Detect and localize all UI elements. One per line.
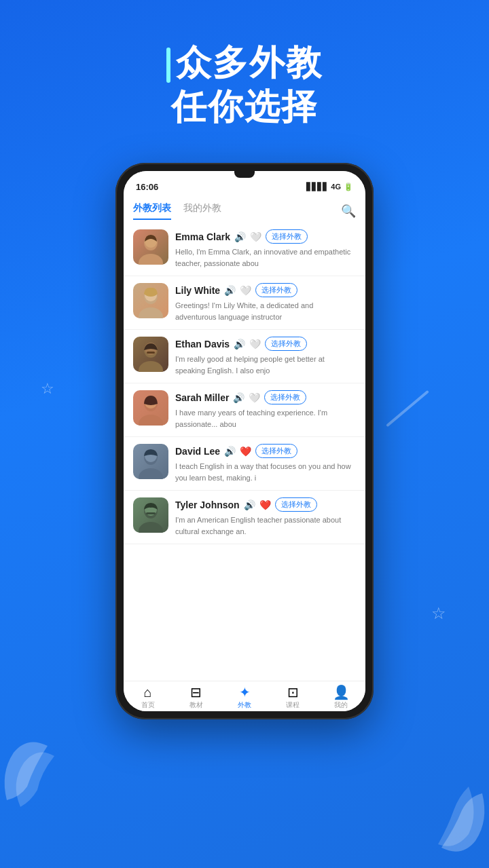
phone-notch bbox=[234, 171, 255, 178]
avatar-ethan bbox=[133, 337, 168, 372]
header-line2: 任你选择 bbox=[0, 85, 489, 129]
sound-icon-sarah[interactable]: 🔊 bbox=[233, 392, 244, 403]
heart-icon-lily[interactable]: 🤍 bbox=[240, 285, 251, 296]
svg-point-3 bbox=[139, 307, 163, 318]
heart-icon-ethan[interactable]: 🤍 bbox=[249, 339, 261, 350]
name-row-tyler: Tyler Johnson 🔊 ❤️ 选择外教 bbox=[175, 497, 356, 512]
app-content: 外教列表 我的外教 🔍 Emma Clark 🔊 🤍 bbox=[124, 195, 365, 681]
select-btn-ethan[interactable]: 选择外教 bbox=[265, 337, 307, 351]
svg-point-1 bbox=[139, 254, 163, 265]
tab-mine[interactable]: 👤 我的 bbox=[317, 685, 365, 710]
select-btn-sarah[interactable]: 选择外教 bbox=[264, 390, 306, 404]
foreign-label: 外教 bbox=[238, 700, 251, 710]
teacher-info-sarah: Sarah Miller 🔊 🤍 选择外教 I have many years … bbox=[175, 390, 356, 430]
signal-icon: ▋▋▋▋ bbox=[306, 183, 328, 191]
page-header: 众多外教 任你选择 bbox=[0, 41, 489, 129]
desc-lily: Greetings! I'm Lily White, a dedicated a… bbox=[175, 300, 356, 322]
avatar-emma bbox=[133, 229, 168, 265]
star-decoration-1: ☆ bbox=[41, 380, 60, 399]
heart-icon-david[interactable]: ❤️ bbox=[240, 446, 251, 457]
avatar-lily bbox=[133, 283, 168, 318]
teacher-info-emma: Emma Clark 🔊 🤍 选择外教 Hello, I'm Emma Clar… bbox=[175, 229, 356, 269]
name-tyler: Tyler Johnson bbox=[175, 499, 240, 510]
select-btn-tyler[interactable]: 选择外教 bbox=[275, 497, 317, 512]
sound-icon-lily[interactable]: 🔊 bbox=[224, 285, 236, 296]
header-accent-bar bbox=[166, 48, 170, 83]
avatar-tyler bbox=[133, 497, 168, 533]
status-time: 16:06 bbox=[136, 182, 158, 192]
heart-icon-sarah[interactable]: 🤍 bbox=[249, 392, 260, 403]
tab-teacher-list[interactable]: 外教列表 bbox=[133, 202, 171, 220]
leaf-decoration-bottom-right bbox=[394, 773, 489, 868]
select-btn-lily[interactable]: 选择外教 bbox=[255, 283, 297, 297]
name-row-ethan: Ethan Davis 🔊 🤍 选择外教 bbox=[175, 337, 356, 351]
tab-course[interactable]: ⊡ 课程 bbox=[269, 685, 317, 710]
teacher-info-david: David Lee 🔊 ❤️ 选择外教 I teach English in a… bbox=[175, 444, 356, 483]
select-btn-david[interactable]: 选择外教 bbox=[255, 444, 297, 458]
svg-point-6 bbox=[139, 361, 163, 372]
bottom-tab-bar: ⌂ 首页 ⊟ 教材 ✦ 外教 ⊡ 课程 👤 我的 bbox=[124, 681, 365, 711]
select-btn-emma[interactable]: 选择外教 bbox=[266, 229, 308, 244]
textbook-label: 教材 bbox=[189, 700, 203, 710]
teacher-item-sarah: Sarah Miller 🔊 🤍 选择外教 I have many years … bbox=[124, 383, 365, 437]
svg-point-16 bbox=[139, 522, 163, 533]
teacher-item-ethan: Ethan Davis 🔊 🤍 选择外教 I'm really good at … bbox=[124, 330, 365, 383]
desc-sarah: I have many years of teaching experience… bbox=[175, 407, 356, 430]
mine-icon: 👤 bbox=[333, 685, 350, 699]
tab-home[interactable]: ⌂ 首页 bbox=[124, 685, 172, 710]
svg-rect-19 bbox=[146, 512, 156, 514]
svg-point-10 bbox=[139, 415, 163, 426]
name-ethan: Ethan Davis bbox=[175, 339, 230, 350]
teacher-info-tyler: Tyler Johnson 🔊 ❤️ 选择外教 I'm an American … bbox=[175, 497, 356, 537]
home-label: 首页 bbox=[141, 700, 155, 710]
name-row-david: David Lee 🔊 ❤️ 选择外教 bbox=[175, 444, 356, 458]
tab-foreign-teacher[interactable]: ✦ 外教 bbox=[220, 685, 268, 710]
name-row-sarah: Sarah Miller 🔊 🤍 选择外教 bbox=[175, 390, 356, 404]
mine-label: 我的 bbox=[334, 700, 348, 710]
course-icon: ⊡ bbox=[287, 685, 299, 699]
avatar-david bbox=[133, 444, 168, 479]
sound-icon-emma[interactable]: 🔊 bbox=[234, 231, 246, 242]
star-decoration-2: ☆ bbox=[431, 604, 452, 624]
desc-emma: Hello, I'm Emma Clark, an innovative and… bbox=[175, 246, 356, 269]
sound-icon-david[interactable]: 🔊 bbox=[224, 446, 236, 457]
foreign-teacher-icon: ✦ bbox=[239, 685, 251, 699]
teacher-item-lily: Lily White 🔊 🤍 选择外教 Greetings! I'm Lily … bbox=[124, 276, 365, 330]
desc-ethan: I'm really good at helping people get be… bbox=[175, 354, 356, 376]
tab-my-teachers[interactable]: 我的外教 bbox=[183, 202, 221, 220]
desc-david: I teach English in a way that focuses on… bbox=[175, 461, 356, 483]
status-icons: ▋▋▋▋ 4G 🔋 bbox=[306, 183, 353, 191]
header-line1: 众多外教 bbox=[0, 41, 489, 85]
slash-decoration bbox=[386, 390, 429, 427]
heart-icon-tyler[interactable]: ❤️ bbox=[259, 499, 271, 510]
textbook-icon: ⊟ bbox=[190, 685, 202, 699]
name-sarah: Sarah Miller bbox=[175, 392, 229, 403]
phone-screen: 16:06 ▋▋▋▋ 4G 🔋 外教列表 我的外教 🔍 bbox=[124, 171, 365, 711]
name-david: David Lee bbox=[175, 446, 220, 457]
teacher-list: Emma Clark 🔊 🤍 选择外教 Hello, I'm Emma Clar… bbox=[124, 220, 365, 681]
avatar-sarah bbox=[133, 390, 168, 426]
name-lily: Lily White bbox=[175, 285, 220, 296]
teacher-item-emma: Emma Clark 🔊 🤍 选择外教 Hello, I'm Emma Clar… bbox=[124, 223, 365, 276]
heart-icon-emma[interactable]: 🤍 bbox=[250, 231, 261, 242]
teacher-item-david: David Lee 🔊 ❤️ 选择外教 I teach English in a… bbox=[124, 437, 365, 491]
network-type: 4G bbox=[331, 183, 341, 191]
svg-rect-9 bbox=[147, 352, 155, 354]
search-icon[interactable]: 🔍 bbox=[341, 204, 356, 219]
svg-point-13 bbox=[139, 468, 163, 479]
name-row-emma: Emma Clark 🔊 🤍 选择外教 bbox=[175, 229, 356, 244]
teacher-item-tyler: Tyler Johnson 🔊 ❤️ 选择外教 I'm an American … bbox=[124, 491, 365, 544]
sound-icon-ethan[interactable]: 🔊 bbox=[234, 339, 245, 350]
course-label: 课程 bbox=[286, 700, 300, 710]
name-row-lily: Lily White 🔊 🤍 选择外教 bbox=[175, 283, 356, 297]
phone-frame: 16:06 ▋▋▋▋ 4G 🔋 外教列表 我的外教 🔍 bbox=[115, 163, 374, 719]
teacher-info-ethan: Ethan Davis 🔊 🤍 选择外教 I'm really good at … bbox=[175, 337, 356, 376]
leaf-decoration-bottom-left bbox=[0, 732, 75, 814]
tab-textbook[interactable]: ⊟ 教材 bbox=[172, 685, 220, 710]
desc-tyler: I'm an American English teacher passiona… bbox=[175, 514, 356, 537]
battery-icon: 🔋 bbox=[344, 183, 353, 191]
sound-icon-tyler[interactable]: 🔊 bbox=[244, 499, 255, 510]
name-emma: Emma Clark bbox=[175, 231, 230, 242]
home-icon: ⌂ bbox=[144, 685, 152, 699]
app-nav-bar: 外教列表 我的外教 🔍 bbox=[124, 195, 365, 220]
